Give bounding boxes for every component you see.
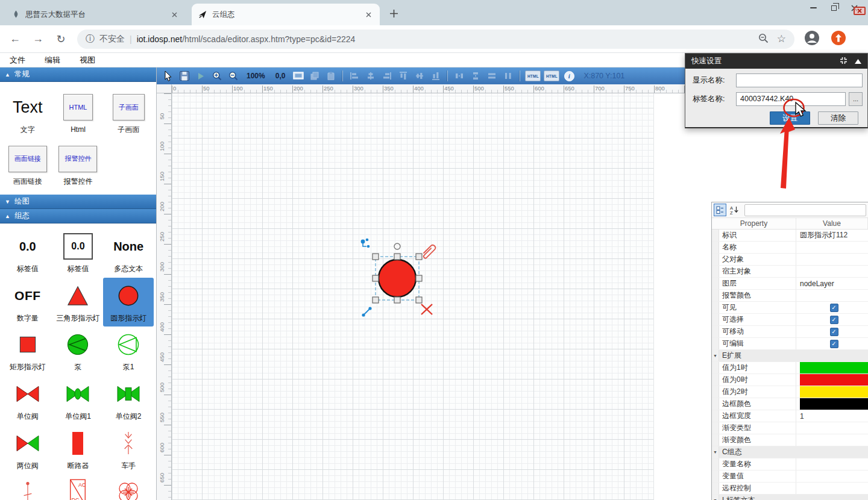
property-value-cell[interactable] [796,398,868,410]
property-row[interactable]: 报警颜色 [712,290,868,302]
property-group-row[interactable]: ▼L标签文本 [712,495,868,500]
new-tab-button[interactable] [387,7,400,20]
palette-item[interactable]: 报警控件报警控件 [53,139,104,190]
browser-update-icon[interactable] [831,30,846,48]
palette-item[interactable]: ACDC逆变器 [53,474,104,500]
property-row[interactable]: 图层nodeLayer [712,278,868,290]
window-close-button[interactable] [844,2,864,14]
triangle-down-icon[interactable]: ▼ [712,446,719,458]
menu-edit[interactable]: 编辑 [45,55,60,66]
delete-x-icon[interactable] [421,304,432,314]
align-bottom-icon[interactable] [429,69,442,83]
clear-button[interactable]: 清除 [818,111,858,125]
align-top-icon[interactable] [397,69,410,83]
tab-close-icon[interactable] [363,9,374,20]
save-icon[interactable] [178,69,191,83]
triangle-down-icon[interactable]: ▼ [712,350,719,361]
property-value-cell[interactable] [796,266,868,277]
select-cursor-tool-icon[interactable] [162,69,175,83]
property-value-cell[interactable] [796,422,868,434]
color-swatch[interactable] [800,398,868,410]
property-value-cell[interactable]: nodeLayer [796,278,868,289]
palette-section-header[interactable]: ▼绘图 [0,195,156,209]
palette-item[interactable]: 矩形指示灯 [2,327,53,376]
property-value-cell[interactable] [796,483,868,494]
tab-active[interactable]: 云组态 [192,4,380,25]
line-anchor-icon[interactable] [362,307,371,316]
distribute-v-icon[interactable] [469,69,482,83]
property-group-row[interactable]: ▼C组态 [712,446,868,458]
bookmark-star-icon[interactable]: ☆ [777,33,786,45]
property-value-cell[interactable]: ✓ [796,338,868,349]
property-row[interactable]: 可选择✓ [712,314,868,326]
site-info-icon[interactable]: ⓘ [86,33,95,45]
palette-item[interactable]: 画面链接画面链接 [2,139,53,190]
property-row[interactable]: 值为2时 [712,386,868,398]
palette-item[interactable]: 车手 [103,425,154,475]
property-row[interactable]: 可移动✓ [712,326,868,338]
window-minimize-button[interactable] [803,2,823,14]
palette-section-header[interactable]: ▲组态 [0,209,156,223]
paste-icon[interactable] [324,69,338,83]
back-icon[interactable]: ← [7,31,23,47]
palette-item[interactable]: 0.0标签值 [2,228,53,278]
tab-inactive[interactable]: 思普云大数据平台 [5,4,186,25]
palette-item[interactable]: 两位阀 [2,425,53,475]
html-preview-icon[interactable]: HTML [544,70,559,81]
property-value-cell[interactable]: ✓ [796,302,868,313]
property-value-cell[interactable] [796,362,868,373]
display-name-input[interactable] [736,73,863,87]
distribute-h-icon[interactable] [453,69,466,83]
profile-avatar-icon[interactable] [804,30,820,48]
property-value-cell[interactable] [796,254,868,265]
checkbox-checked-icon[interactable]: ✓ [830,328,838,336]
palette-item[interactable]: OFF数字量 [2,278,53,327]
property-value-cell[interactable] [796,374,868,386]
dialog-pin-icon[interactable] [840,57,848,66]
zoom-indicator-icon[interactable] [758,33,769,45]
property-row[interactable]: 变量名称 [712,458,868,470]
palette-item[interactable]: 单位阀1 [53,376,104,425]
same-width-icon[interactable] [485,69,498,83]
property-row[interactable]: 父对象 [712,254,868,266]
design-canvas[interactable] [172,93,654,500]
copy-icon[interactable] [308,69,321,83]
same-height-icon[interactable] [502,69,515,83]
screen-size-icon[interactable] [292,69,305,83]
property-row[interactable]: 宿主对象 [712,266,868,278]
menu-file[interactable]: 文件 [10,55,25,66]
palette-item[interactable]: Text文字 [2,87,53,139]
property-value-cell[interactable]: 圆形指示灯112 [796,230,868,241]
html-export-icon[interactable]: HTML [525,70,541,81]
property-value-cell[interactable]: 1 [796,410,868,422]
dialog-collapse-icon[interactable] [855,57,861,66]
window-restore-button[interactable] [823,2,844,14]
palette-item[interactable]: 圆形指示灯 [103,278,154,327]
set-button[interactable]: 设置 [770,111,810,125]
palette-item[interactable]: HTMLHtml [53,87,104,139]
palette-item[interactable]: 单位阀2 [103,376,154,425]
color-swatch[interactable] [800,374,868,386]
palette-item[interactable]: 泵 [53,327,104,376]
align-left-icon[interactable] [348,69,361,83]
property-row[interactable]: 可编辑✓ [712,338,868,350]
property-group-row[interactable]: ▼E扩展 [712,350,868,362]
zoom-out-icon[interactable] [227,69,240,83]
palette-item[interactable]: 单位阀 [2,376,53,425]
property-row[interactable]: 渐变类型 [712,422,868,434]
property-value-cell[interactable] [796,386,868,398]
align-middle-icon[interactable] [413,69,426,83]
property-value-cell[interactable]: ✓ [796,326,868,337]
property-row[interactable]: 可见✓ [712,302,868,314]
palette-item[interactable]: 断路器 [53,425,104,475]
checkbox-checked-icon[interactable]: ✓ [830,304,838,312]
align-right-icon[interactable] [380,69,394,83]
property-value-cell[interactable] [796,290,868,301]
info-icon[interactable]: i [562,69,576,83]
property-value-cell[interactable] [796,458,868,470]
property-value-cell[interactable]: ✓ [796,314,868,325]
connector-anchor-icon[interactable] [361,239,370,248]
menu-view[interactable]: 视图 [80,55,95,66]
reload-icon[interactable]: ↻ [53,31,69,47]
property-value-cell[interactable] [796,470,868,482]
